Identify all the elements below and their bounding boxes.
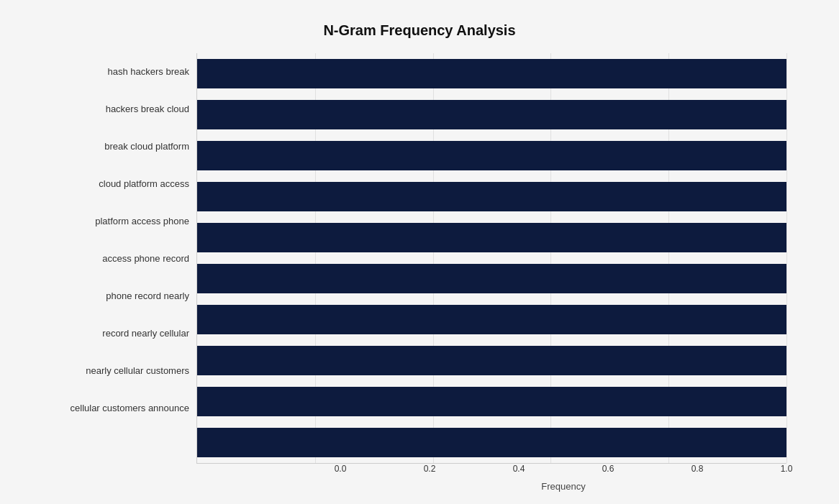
bar [197,346,786,375]
bar-row [197,381,786,422]
bar [197,223,786,252]
chart-area: hash hackers breakhackers break cloudbre… [53,53,786,427]
y-label: platform access phone [95,203,189,240]
bar [197,305,786,334]
bar-row [197,94,786,135]
grid-line [786,53,787,463]
bar-row [197,53,786,94]
bar [197,141,786,170]
y-label: phone record nearly [106,278,189,315]
y-label: break cloud platform [104,128,189,165]
x-tick-label: 0.6 [602,464,614,474]
bar-row [197,299,786,340]
bar [197,59,786,88]
bar [197,387,786,416]
chart-container: N-Gram Frequency Analysis hash hackers b… [24,8,815,497]
bar [197,100,786,129]
y-label: access phone record [102,240,189,278]
y-label: record nearly cellular [102,315,189,352]
bar-row [197,176,786,217]
x-tick-label: 0.2 [424,464,436,474]
y-label: hackers break cloud [106,91,189,128]
bar-row [197,135,786,176]
bars-area [196,53,786,464]
x-tick-label: 1.0 [781,464,793,474]
bar [197,182,786,211]
x-axis-section: 0.00.20.40.60.81.0 Frequency [340,464,786,492]
bar-row [197,258,786,299]
bar [197,428,786,457]
y-label: nearly cellular customers [86,352,189,390]
chart-title: N-Gram Frequency Analysis [53,22,786,39]
x-tick-label: 0.4 [513,464,525,474]
y-label: cloud platform access [99,165,189,203]
x-tick-label: 0.8 [691,464,704,474]
bar-row [197,340,786,381]
bar-row [197,422,786,463]
y-label: hash hackers break [108,53,189,91]
y-labels: hash hackers breakhackers break cloudbre… [53,53,196,427]
bar [197,264,786,293]
y-label: cellular customers announce [71,390,189,427]
bar-row [197,217,786,258]
x-axis-title: Frequency [340,481,786,492]
x-tick-label: 0.0 [335,464,347,474]
